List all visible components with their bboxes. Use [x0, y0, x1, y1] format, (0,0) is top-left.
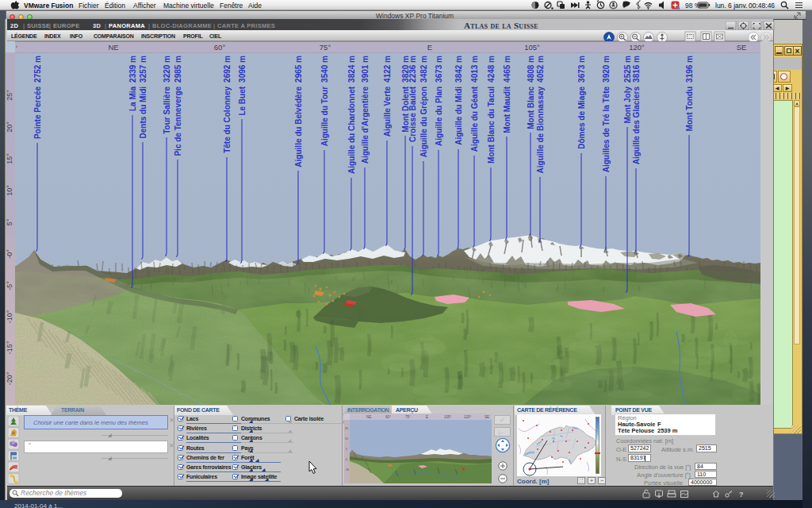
svg-text:E: E	[426, 415, 428, 419]
svg-text:-5°: -5°	[6, 281, 13, 291]
svg-text:Pointe Percée 2752 m: Pointe Percée 2752 m	[33, 56, 42, 139]
svg-text:Mont Joly 2525 m: Mont Joly 2525 m	[623, 56, 632, 124]
svg-text:Aiguille du Midi 3842 m: Aiguille du Midi 3842 m	[454, 56, 463, 145]
svg-text:25: 25	[345, 427, 348, 430]
svg-text:Mont Blanc 4808 m: Mont Blanc 4808 m	[527, 56, 535, 129]
svg-text:SE: SE	[737, 43, 747, 52]
svg-text:La Mia 2339 m: La Mia 2339 m	[128, 56, 137, 111]
svg-text:?: ?	[739, 491, 744, 498]
svg-text:15: 15	[345, 437, 348, 441]
svg-text:Mont Blanc du Tacul 4248 m: Mont Blanc du Tacul 4248 m	[487, 56, 496, 164]
svg-text:5°: 5°	[6, 218, 13, 225]
svg-text:120°: 120°	[464, 415, 472, 419]
svg-text:E: E	[427, 43, 432, 52]
svg-text:-20°: -20°	[6, 371, 13, 385]
svg-text:Mont Tondu 3196 m: Mont Tondu 3196 m	[685, 56, 694, 131]
svg-text:NE: NE	[108, 43, 118, 52]
svg-text:Le Buet 3096 m: Le Buet 3096 m	[238, 56, 247, 116]
svg-text:SE: SE	[485, 415, 489, 419]
svg-text:15°: 15°	[6, 153, 13, 164]
svg-text:Dents du Midi 3257 m: Dents du Midi 3257 m	[139, 56, 147, 139]
svg-text:-15: -15	[345, 468, 349, 471]
svg-text:10°: 10°	[6, 185, 13, 196]
svg-text:75°: 75°	[320, 43, 331, 52]
svg-text:lun. 6 janv.: lun. 6 janv.	[715, 2, 747, 10]
svg-text:Aiguille du Géant 4013 m: Aiguille du Géant 4013 m	[470, 56, 479, 152]
svg-text:Aiguille des Glaciers 3816 m: Aiguille des Glaciers 3816 m	[632, 56, 641, 164]
svg-text:-10°: -10°	[6, 310, 13, 323]
svg-text:Aiguille de Bionnassay 4052 m: Aiguille de Bionnassay 4052 m	[536, 56, 545, 173]
svg-text:NE: NE	[366, 415, 371, 419]
svg-text:Aiguilles de Tré la Tête 3920: Aiguilles de Tré la Tête 3920 m	[602, 56, 611, 172]
svg-text:-15°: -15°	[6, 341, 13, 354]
svg-text:60°: 60°	[385, 415, 391, 419]
svg-text:-5: -5	[345, 458, 347, 461]
svg-text:›: ›	[16, 44, 17, 48]
svg-text:Mont Maudit 4465 m: Mont Maudit 4465 m	[503, 56, 511, 133]
svg-text:5: 5	[346, 448, 347, 451]
svg-text:20°: 20°	[6, 121, 13, 133]
svg-text:Aiguille d'Argentière 3901 m: Aiguille d'Argentière 3901 m	[361, 56, 370, 164]
svg-text:105°: 105°	[444, 415, 452, 419]
svg-text:-0°: -0°	[6, 249, 13, 259]
svg-text:Aiguille du Plan 3673 m: Aiguille du Plan 3673 m	[435, 56, 443, 146]
svg-text:Croisse Baulet 2236 m: Croisse Baulet 2236 m	[408, 56, 417, 142]
svg-text:Tour Sallière 3220 m: Tour Sallière 3220 m	[163, 56, 171, 134]
svg-text:Aiguille du Chardonnet 3824 m: Aiguille du Chardonnet 3824 m	[347, 56, 356, 174]
svg-text:Aiguille Verte 4122 m: Aiguille Verte 4122 m	[383, 56, 392, 137]
svg-text:105°: 105°	[524, 43, 540, 52]
svg-text:75°: 75°	[405, 415, 411, 419]
svg-text:25°: 25°	[6, 90, 13, 101]
svg-text:Aiguille du Tour 3540 m: Aiguille du Tour 3540 m	[320, 56, 329, 146]
svg-text:Pic de Tenneverge 2985 m: Pic de Tenneverge 2985 m	[174, 56, 182, 156]
svg-text:Tête du Colonney 2692 m: Tête du Colonney 2692 m	[223, 56, 232, 153]
svg-text:120°: 120°	[629, 43, 645, 52]
svg-text:Aiguille du Belvédère 2965 m: Aiguille du Belvédère 2965 m	[294, 56, 303, 167]
svg-text:Aiguille du Grépon 3482 m: Aiguille du Grépon 3482 m	[419, 56, 428, 157]
svg-text:60°: 60°	[214, 43, 226, 52]
svg-text:Dômes de Miage 3673 m: Dômes de Miage 3673 m	[577, 56, 586, 149]
